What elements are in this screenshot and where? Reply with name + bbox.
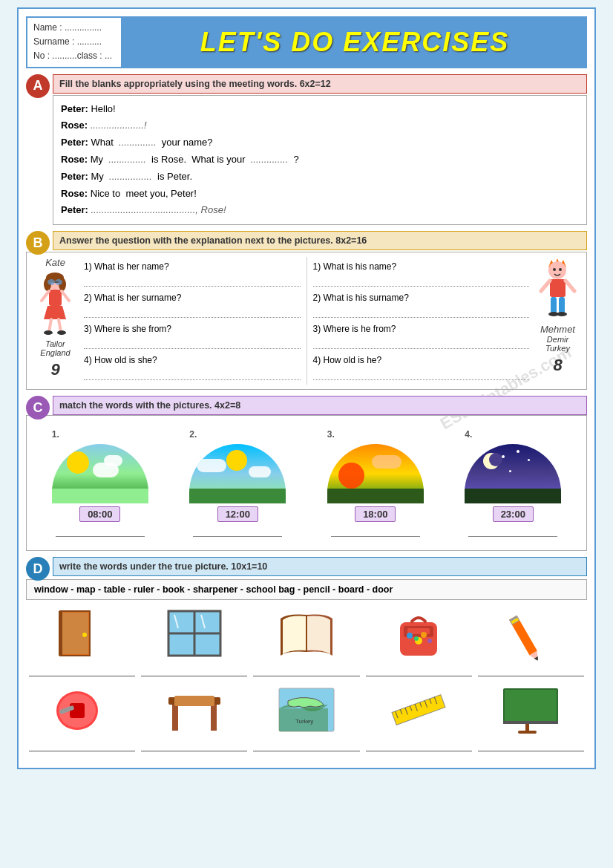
sky-noon-icon xyxy=(189,444,286,503)
section-d-row: D write the words under the true picture… xyxy=(26,557,587,754)
svg-line-8 xyxy=(42,291,49,301)
svg-rect-58 xyxy=(172,705,178,731)
board-answer-line xyxy=(478,741,584,751)
book-icon xyxy=(273,607,340,663)
section-a: A Fill the blanks appropriately using th… xyxy=(26,74,587,226)
worksheet-title: LET'S DO EXERCISES xyxy=(200,27,510,58)
right-q4: 4) How old is he? xyxy=(313,353,530,367)
table-icon xyxy=(161,682,228,738)
left-person-info: Kate xyxy=(31,257,79,379)
answer-c-3 xyxy=(331,526,420,537)
left-q1: 1) What is her name? xyxy=(84,260,301,273)
word-bank: window - map - table - ruler - book - sh… xyxy=(26,579,587,600)
picture-item-ruler xyxy=(366,682,472,751)
dialogue-line-6: Rose: Nice to meet you, Peter! xyxy=(61,186,579,202)
svg-rect-64 xyxy=(392,695,445,725)
left-a1 xyxy=(84,276,301,287)
picture-item-bag xyxy=(366,607,472,676)
door-icon xyxy=(49,607,116,663)
section-b-instruction: Answer the question with the explanation… xyxy=(53,231,587,250)
dialogue-line-4: Rose: My .............. is Rose. What is… xyxy=(61,152,579,168)
no-label: No : ..........class : ... xyxy=(33,49,115,63)
ruler-answer-line xyxy=(366,741,472,751)
time-num-2: 2. xyxy=(189,429,197,440)
svg-rect-36 xyxy=(196,635,218,654)
dialogue-line-7: Peter: .................................… xyxy=(61,203,579,218)
sharpener-answer-line xyxy=(29,741,135,751)
right-person-info: Mehmet Demir Turkey 8 xyxy=(534,257,582,375)
section-a-label: A xyxy=(26,74,50,98)
bag-icon xyxy=(385,607,452,663)
picture-item-map: Turkey xyxy=(253,682,359,751)
sharpener-icon xyxy=(49,682,116,738)
time-num-1: 1. xyxy=(52,429,59,440)
dialogue-line-1: Peter: Hello! xyxy=(61,102,579,117)
time-images-row: 1. 08:00 2. xyxy=(31,429,582,537)
answer-c-4 xyxy=(468,526,557,537)
time-num-4: 4. xyxy=(465,429,472,440)
right-a3 xyxy=(313,339,530,349)
book-answer-line xyxy=(253,666,359,676)
sky-night-icon xyxy=(465,444,561,503)
svg-line-11 xyxy=(49,319,51,332)
svg-point-25 xyxy=(557,312,567,316)
left-a2 xyxy=(84,307,301,318)
svg-point-45 xyxy=(414,636,419,641)
svg-rect-77 xyxy=(518,731,537,734)
right-a2 xyxy=(313,307,530,318)
right-a4 xyxy=(313,370,530,380)
section-d-content: window - map - table - ruler - book - sh… xyxy=(26,579,587,754)
map-icon: Turkey xyxy=(273,682,340,738)
svg-line-20 xyxy=(541,281,550,291)
svg-rect-75 xyxy=(505,690,557,722)
surname-label: Surname : .......... xyxy=(33,35,115,49)
section-c-instruction: match the words with the pictures. 4x2=8 xyxy=(53,396,587,415)
svg-point-28 xyxy=(82,633,87,637)
bag-answer-line xyxy=(366,666,472,676)
worksheet: ESLprintables.com Name : ...............… xyxy=(17,7,596,769)
right-a1 xyxy=(313,276,530,287)
right-q3: 3) Where is he from? xyxy=(313,322,530,336)
map-answer-line xyxy=(253,741,359,751)
section-b-content: Kate xyxy=(26,252,587,390)
svg-rect-78 xyxy=(503,721,558,724)
svg-line-12 xyxy=(59,319,61,332)
window-answer-line xyxy=(141,666,247,676)
svg-rect-34 xyxy=(196,613,218,632)
svg-point-18 xyxy=(559,268,562,271)
picture-item-book xyxy=(253,607,359,676)
left-surname: Tailor xyxy=(45,339,65,348)
left-person-block: Kate xyxy=(31,257,301,385)
section-c-label: C xyxy=(26,396,50,420)
picture-grid: Turkey xyxy=(26,604,587,754)
ruler-icon xyxy=(385,682,452,738)
picture-item-sharpener xyxy=(29,682,135,751)
picture-item-window xyxy=(141,607,247,676)
left-name: Kate xyxy=(45,257,65,268)
right-q1: 1) What is his name? xyxy=(313,260,530,273)
picture-item-table xyxy=(141,682,247,751)
left-a4 xyxy=(84,370,301,380)
svg-rect-59 xyxy=(211,705,217,731)
svg-rect-6 xyxy=(55,281,59,283)
right-surname-label: Demir xyxy=(547,335,568,344)
picture-item-pencil xyxy=(478,607,584,676)
pencil-icon xyxy=(497,607,564,663)
left-a3 xyxy=(84,339,301,349)
svg-point-14 xyxy=(57,330,66,335)
right-q2: 2) What is his surname? xyxy=(313,291,530,304)
section-a-instruction: Fill the blanks appropriately using the … xyxy=(53,74,587,94)
pencil-answer-line xyxy=(478,666,584,676)
svg-line-9 xyxy=(62,291,69,301)
section-d: D write the words under the true picture… xyxy=(26,557,587,754)
svg-rect-7 xyxy=(49,290,62,306)
section-d-label: D xyxy=(26,557,50,581)
title-box: LET'S DO EXERCISES xyxy=(122,16,587,68)
picture-item-board xyxy=(478,682,584,751)
svg-rect-29 xyxy=(59,611,62,656)
left-questions-block: 1) What is her name? 2) What is her surn… xyxy=(84,257,301,385)
svg-rect-35 xyxy=(170,635,192,654)
window-icon xyxy=(161,607,228,663)
right-questions-block: 1) What is his name? 2) What is his surn… xyxy=(313,257,530,385)
dialogue-line-5: Peter: My ................ is Peter. xyxy=(61,169,579,185)
